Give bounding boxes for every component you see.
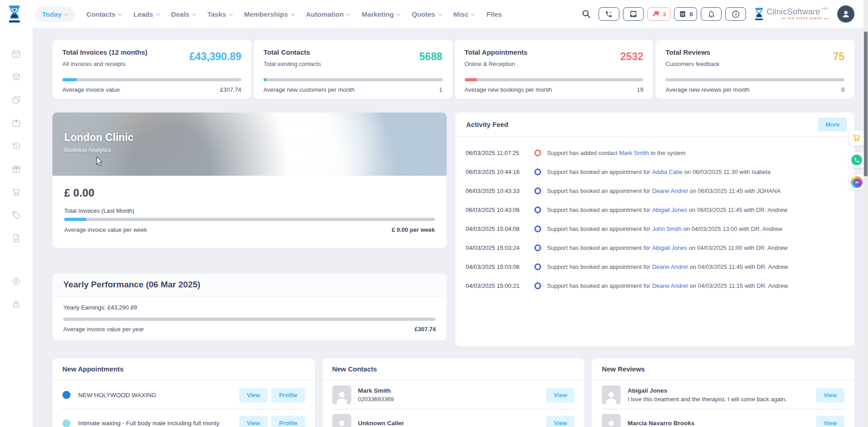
- header-actions: 3 0 ? ClinicSoftware .com TEN S: [581, 5, 868, 23]
- quick-call-button[interactable]: [849, 152, 864, 168]
- timeline-dot: [534, 244, 541, 251]
- view-button[interactable]: View: [239, 388, 268, 403]
- yearly-earnings-label: Yearly Earnings:: [63, 304, 106, 311]
- activity-text: Support has booked an appointment forAdd…: [547, 169, 770, 175]
- clinicsoftware-logo[interactable]: ClinicSoftware .com TEN STEPS AHEAD: [754, 8, 828, 20]
- cart-icon[interactable]: [11, 187, 21, 197]
- contact-link[interactable]: Mark Smith: [619, 150, 649, 156]
- booking-calendar-icon[interactable]: [11, 118, 21, 128]
- nav-label: Deals: [171, 10, 189, 18]
- review-text: I love this treatment and the therapist.…: [627, 396, 811, 403]
- activity-time: 04/03/2025 15:03:06: [466, 263, 529, 270]
- stat-title: Total Contacts: [264, 48, 321, 56]
- copy-icon[interactable]: [11, 95, 21, 105]
- stat-value: £43,390.89: [189, 51, 241, 63]
- inbox-button[interactable]: [623, 7, 644, 21]
- contact-link[interactable]: Deane Andrel: [652, 188, 688, 194]
- nav-item-deals[interactable]: Deals: [171, 10, 196, 18]
- nav-item-leads[interactable]: Leads: [133, 10, 159, 18]
- progress-fill: [465, 78, 477, 81]
- nav-label: Contacts: [86, 10, 115, 18]
- nav-item-quotes[interactable]: Quotes: [412, 10, 442, 18]
- view-button[interactable]: View: [239, 416, 268, 427]
- lock-icon[interactable]: [11, 299, 21, 309]
- contact-name: Unknown Caller: [358, 420, 542, 427]
- activity-text: Support has booked an appointment forDea…: [547, 263, 788, 270]
- nav-label: Leads: [133, 10, 153, 18]
- cart-icon: [852, 133, 861, 142]
- sales-report-icon[interactable]: [11, 233, 21, 243]
- stat-value: 5688: [419, 51, 442, 63]
- nav-item-files[interactable]: Files: [486, 10, 502, 18]
- reviewer-name: Abigail Jones: [627, 387, 811, 394]
- chevron-down-icon: [64, 11, 69, 16]
- user-avatar[interactable]: [837, 5, 854, 23]
- quick-shop-button[interactable]: [849, 130, 864, 145]
- stat-footer-label: Average new bookings per month: [465, 86, 552, 93]
- app-logo-icon[interactable]: [8, 4, 21, 26]
- new-reviews-title: New Reviews: [592, 358, 854, 380]
- account-icon[interactable]: [11, 276, 21, 286]
- yearly-earnings-value: £43,290.89: [108, 304, 137, 311]
- contact-link[interactable]: Deane Andrel: [652, 282, 688, 289]
- progress-track: [264, 78, 443, 81]
- yearly-performance-card: Yearly Performance (06 Mar 2025) Yearly …: [52, 273, 447, 340]
- shop-button[interactable]: 0: [674, 7, 697, 21]
- view-button[interactable]: View: [546, 388, 575, 403]
- yearly-footer-value: £307.74: [415, 326, 436, 333]
- stat-footer-value: 19: [637, 86, 643, 93]
- stat-footer-value: 0: [841, 86, 844, 93]
- history-icon[interactable]: [11, 141, 21, 151]
- stat-subtitle: All invoices and receipts: [62, 61, 147, 67]
- stats-row: Total Invoices (12 months) All invoices …: [52, 40, 854, 99]
- contact-link[interactable]: Abigail Jones: [652, 244, 687, 251]
- avatar: [332, 414, 351, 427]
- brand-tagline: TEN STEPS AHEAD: [781, 17, 828, 20]
- view-button[interactable]: View: [816, 416, 844, 427]
- appointment-name: NEW HOLYWOOD WAXING: [78, 392, 239, 399]
- activity-more-button[interactable]: More: [818, 117, 847, 131]
- nav-item-misc[interactable]: Misc: [453, 10, 475, 18]
- stat-footer-label: Average new customers per month: [264, 86, 354, 93]
- scrollbar-thumb[interactable]: [864, 32, 868, 176]
- nav-item-today[interactable]: Today: [35, 6, 75, 22]
- ai-assistant-button[interactable]: AI: [849, 174, 864, 190]
- nav-label: Files: [486, 10, 502, 18]
- progress-fill: [264, 78, 266, 81]
- hourglass-icon: [754, 8, 764, 20]
- activity-entry: 04/03/2025 15:03:06 Support has booked a…: [466, 257, 845, 276]
- nav-item-marketing[interactable]: Marketing: [362, 10, 400, 18]
- contact-link[interactable]: Deane Andrel: [652, 263, 688, 270]
- activity-entry: 04/03/2025 15:04:08 Support has booked a…: [466, 219, 845, 238]
- activity-time: 04/03/2025 15:03:24: [466, 244, 529, 251]
- phone-button[interactable]: [599, 7, 619, 21]
- contact-link[interactable]: Addia Catie: [652, 169, 682, 175]
- activity-feed-title: Activity Feed: [466, 121, 508, 128]
- nav-item-contacts[interactable]: Contacts: [86, 10, 122, 18]
- stat-card-appointments: Total Appointments Online & Reception 25…: [455, 40, 654, 99]
- nav-item-automation[interactable]: Automation: [306, 10, 350, 18]
- person-icon: [841, 9, 851, 19]
- chat-button[interactable]: 3: [647, 7, 670, 21]
- view-button[interactable]: View: [816, 388, 844, 403]
- left-sidebar: 12: [0, 28, 33, 427]
- phone-icon: [851, 155, 862, 165]
- search-icon[interactable]: [581, 9, 591, 19]
- contact-link[interactable]: John Smith: [652, 225, 681, 232]
- gift-icon[interactable]: [11, 164, 21, 174]
- nav-item-tasks[interactable]: Tasks: [208, 10, 232, 18]
- price-tag-icon[interactable]: [11, 210, 21, 220]
- view-button[interactable]: View: [546, 416, 575, 427]
- brand-name: ClinicSoftware: [766, 8, 820, 16]
- mouse-cursor: [96, 156, 104, 169]
- nav-item-memberships[interactable]: Memberships: [244, 10, 294, 18]
- calendar-icon[interactable]: 12: [11, 49, 21, 59]
- package-icon[interactable]: [11, 72, 21, 82]
- notifications-button[interactable]: [701, 7, 722, 21]
- profile-button[interactable]: Profile: [271, 416, 305, 427]
- help-button[interactable]: ?: [725, 7, 746, 21]
- activity-time: 04/03/2025 15:04:08: [466, 225, 529, 232]
- chevron-down-icon: [229, 11, 233, 16]
- contact-link[interactable]: Abigail Jones: [652, 206, 687, 213]
- profile-button[interactable]: Profile: [271, 388, 305, 403]
